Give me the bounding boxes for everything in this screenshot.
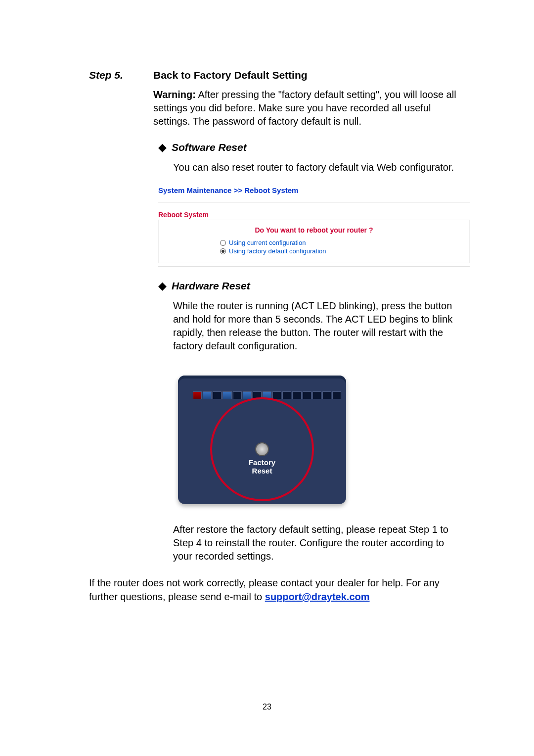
hardware-reset-body: While the router is running (ACT LED bli… bbox=[89, 299, 475, 353]
radio-label-factory: Using factory default configuration bbox=[229, 247, 326, 255]
final-text: If the router does not work correctly, p… bbox=[89, 577, 440, 602]
reboot-heading: Reboot System bbox=[158, 211, 470, 219]
after-restore-text: After restore the factory default settin… bbox=[89, 523, 475, 563]
final-paragraph: If the router does not work correctly, p… bbox=[59, 576, 475, 604]
software-reset-title: Software Reset bbox=[172, 142, 247, 153]
warning-prefix: Warning: bbox=[153, 89, 196, 100]
diamond-icon: ◆ bbox=[158, 280, 167, 292]
radio-option-current[interactable]: Using current configuration bbox=[166, 239, 462, 246]
step-label: Step 5. bbox=[89, 69, 153, 81]
radio-label-current: Using current configuration bbox=[229, 239, 306, 246]
software-reset-body: You can also reset router to factory def… bbox=[89, 161, 475, 174]
factory-reset-button-icon bbox=[255, 442, 269, 456]
radio-unchecked-icon bbox=[220, 240, 226, 246]
warning-body: After pressing the "factory default sett… bbox=[153, 89, 456, 127]
hardware-reset-title: Hardware Reset bbox=[172, 280, 250, 292]
router-illustration: FactoryReset bbox=[173, 366, 351, 514]
support-email-link[interactable]: support@draytek.com bbox=[265, 591, 370, 602]
step-title: Back to Factory Default Setting bbox=[153, 69, 308, 81]
reboot-question: Do You want to reboot your router ? bbox=[166, 226, 462, 234]
warning-text: Warning: After pressing the "factory def… bbox=[89, 88, 475, 128]
radio-option-factory[interactable]: Using factory default configuration bbox=[166, 247, 462, 255]
radio-checked-icon bbox=[220, 248, 226, 254]
page-number: 23 bbox=[263, 703, 271, 711]
diamond-icon: ◆ bbox=[158, 141, 167, 154]
reboot-system-screenshot: System Maintenance >> Reboot System Rebo… bbox=[158, 183, 470, 267]
factory-reset-label: FactoryReset bbox=[249, 459, 275, 475]
breadcrumb: System Maintenance >> Reboot System bbox=[158, 183, 470, 203]
